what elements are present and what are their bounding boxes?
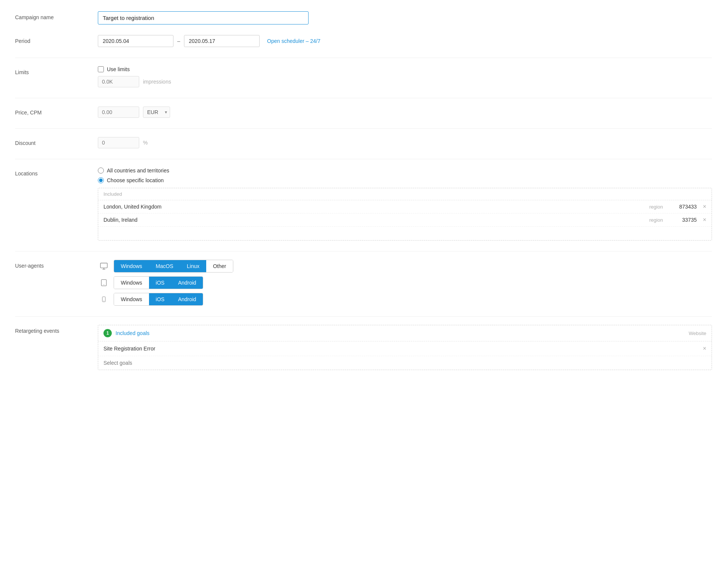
price-row: Price, CPM EUR USD GBP [15, 107, 712, 118]
ua-mobile-buttons: Windows iOS Android [114, 293, 203, 306]
ua-mobile-android-btn[interactable]: Android [171, 293, 203, 305]
ua-tablet-ios-btn[interactable]: iOS [149, 277, 171, 289]
ua-desktop-buttons: Windows MacOS Linux Other [114, 260, 233, 273]
user-agents-section: Windows MacOS Linux Other Windows iOS [98, 260, 712, 306]
location-search-input[interactable] [98, 227, 712, 240]
price-label: Price, CPM [15, 107, 98, 116]
location-radio-specific[interactable] [98, 177, 104, 183]
ua-desktop-other-btn[interactable]: Other [206, 260, 233, 272]
locations-row: Locations All countries and territories … [15, 168, 712, 241]
campaign-name-content [98, 11, 712, 24]
location-count-2: 33735 [671, 217, 697, 223]
campaign-name-row: Campaign name [15, 11, 712, 24]
period-row: Period – Open scheduler – 24/7 [15, 35, 712, 47]
location-type-1: region [640, 204, 663, 210]
ua-desktop-row: Windows MacOS Linux Other [98, 260, 712, 273]
retargeting-content: 1 Included goals Website Site Registrati… [98, 325, 712, 370]
location-radio2-row: Choose specific location [98, 177, 712, 183]
select-goals-input[interactable] [98, 356, 712, 370]
tablet-icon [98, 279, 110, 287]
discount-unit: % [143, 140, 148, 146]
retargeting-website-label: Website [689, 331, 706, 336]
discount-row: Discount % [15, 137, 712, 148]
discount-label: Discount [15, 137, 98, 146]
retargeting-item-name: Site Registration Error [103, 346, 703, 352]
ua-desktop-windows-btn[interactable]: Windows [114, 260, 149, 272]
location-radio2-label: Choose specific location [107, 177, 164, 183]
period-dash: – [177, 38, 180, 44]
discount-input[interactable] [98, 137, 139, 148]
location-name-2: Dublin, Ireland [103, 217, 640, 223]
location-box: Included London, United Kingdom region 8… [98, 188, 712, 241]
use-limits-label: Use limits [107, 66, 130, 72]
limits-number-input[interactable] [98, 76, 139, 87]
ua-desktop-macos-btn[interactable]: MacOS [149, 260, 180, 272]
retargeting-header: 1 Included goals Website [98, 325, 712, 341]
ua-tablet-buttons: Windows iOS Android [114, 276, 203, 289]
currency-wrap: EUR USD GBP [143, 107, 170, 118]
period-label: Period [15, 35, 98, 44]
period-content: – Open scheduler – 24/7 [98, 35, 712, 47]
retargeting-remove-btn[interactable]: × [703, 345, 706, 352]
user-agents-row: User-agents Windows MacOS Linux Other [15, 260, 712, 306]
ua-desktop-linux-btn[interactable]: Linux [180, 260, 206, 272]
retargeting-item-row: Site Registration Error × [98, 341, 712, 356]
period-end-input[interactable] [184, 35, 260, 47]
limits-label: Limits [15, 66, 98, 75]
location-name-1: London, United Kingdom [103, 204, 640, 210]
retargeting-box: 1 Included goals Website Site Registrati… [98, 325, 712, 370]
locations-content: All countries and territories Choose spe… [98, 168, 712, 241]
location-radio1-row: All countries and territories [98, 168, 712, 174]
ua-mobile-windows-btn[interactable]: Windows [114, 293, 149, 305]
mobile-icon [98, 295, 110, 303]
user-agents-content: Windows MacOS Linux Other Windows iOS [98, 260, 712, 306]
ua-tablet-windows-btn[interactable]: Windows [114, 277, 149, 289]
location-remove-1[interactable]: × [703, 204, 706, 210]
use-limits-checkbox[interactable] [98, 66, 104, 72]
location-row: London, United Kingdom region 873433 × [98, 200, 712, 213]
location-radio1-label: All countries and territories [107, 168, 169, 174]
location-count-1: 873433 [671, 204, 697, 210]
location-included-header: Included [98, 188, 712, 200]
locations-label: Locations [15, 168, 98, 177]
svg-rect-5 [102, 297, 105, 302]
svg-rect-0 [100, 263, 107, 268]
limits-row: Limits Use limits impressions [15, 66, 712, 87]
price-input[interactable] [98, 107, 139, 118]
open-scheduler-link[interactable]: Open scheduler – 24/7 [267, 38, 321, 44]
location-remove-2[interactable]: × [703, 217, 706, 223]
ua-tablet-android-btn[interactable]: Android [171, 277, 203, 289]
ua-mobile-row: Windows iOS Android [98, 293, 712, 306]
location-radio-group: All countries and territories Choose spe… [98, 168, 712, 183]
retargeting-badge: 1 [103, 329, 112, 337]
location-radio-all[interactable] [98, 168, 104, 174]
discount-content: % [98, 137, 712, 148]
currency-select[interactable]: EUR USD GBP [143, 107, 170, 118]
retargeting-included-label: Included goals [116, 330, 149, 336]
user-agents-label: User-agents [15, 260, 98, 269]
campaign-name-label: Campaign name [15, 11, 98, 20]
retargeting-label: Retargeting events [15, 325, 98, 334]
campaign-name-input[interactable] [98, 11, 309, 24]
desktop-icon [98, 262, 110, 270]
limits-content: Use limits impressions [98, 66, 712, 87]
location-row: Dublin, Ireland region 33735 × [98, 213, 712, 227]
retargeting-row: Retargeting events 1 Included goals Webs… [15, 325, 712, 370]
location-type-2: region [640, 217, 663, 223]
limits-unit: impressions [143, 79, 171, 85]
ua-tablet-row: Windows iOS Android [98, 276, 712, 289]
ua-mobile-ios-btn[interactable]: iOS [149, 293, 171, 305]
price-content: EUR USD GBP [98, 107, 712, 118]
period-start-input[interactable] [98, 35, 173, 47]
